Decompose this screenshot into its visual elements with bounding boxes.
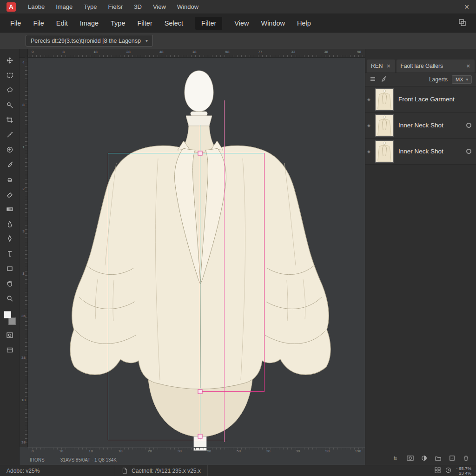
layer-thumbnail[interactable]	[375, 140, 394, 163]
eraser-tool-icon[interactable]	[3, 189, 16, 199]
ruler-number: 98	[325, 449, 330, 455]
eyedropper-tool-icon[interactable]	[3, 129, 16, 140]
layer-row-inner-neck-shot-1[interactable]: ◈ Inner Neck Shot	[365, 112, 476, 139]
clone-stamp-tool-icon[interactable]	[3, 174, 16, 185]
menu-fielsr[interactable]: Fielsr	[108, 3, 123, 10]
group-folder-icon[interactable]	[435, 455, 442, 463]
ruler-number: 0	[32, 449, 33, 455]
gradient-tool-icon[interactable]	[3, 204, 16, 214]
canvas-info-label: IRONS	[30, 457, 45, 463]
marquee-tool-icon[interactable]	[3, 70, 16, 80]
layer-name: Inner Neck Shot	[398, 122, 443, 129]
tools-panel	[0, 49, 20, 465]
menu-3d[interactable]: 3D	[134, 3, 142, 10]
list-menu-icon[interactable]	[370, 76, 376, 84]
menu-image-1[interactable]: Image	[56, 3, 73, 10]
grid-icon[interactable]	[435, 467, 441, 475]
guide-handle-bottom	[198, 434, 202, 438]
menu-image[interactable]: Image	[80, 20, 99, 27]
menu-file-b[interactable]: File	[33, 20, 44, 27]
document-canvas[interactable]: 08182848185877333898 48123835381838	[20, 49, 365, 465]
layer-row-front-lace-garment[interactable]: ◈ Front Lace Garment	[365, 86, 476, 112]
menu-help[interactable]: Help	[297, 20, 311, 27]
new-layer-icon[interactable]	[449, 455, 456, 463]
zoom-tool-icon[interactable]	[3, 293, 16, 304]
svg-text:fx: fx	[394, 456, 397, 461]
menu-file-a[interactable]: File	[10, 20, 21, 27]
ruler-number: 30	[296, 449, 300, 455]
tool-preset-picker[interactable]: Perecls dt:29(3.tse)t(ronidd [8 the Lage…	[26, 35, 153, 46]
adjustment-layer-icon[interactable]	[421, 455, 428, 463]
ruler-number: 18	[89, 449, 93, 455]
close-window-icon[interactable]: ✕	[464, 3, 469, 11]
background-color-swatch[interactable]	[8, 317, 16, 325]
pen-tool-icon[interactable]	[3, 233, 16, 244]
layer-visibility-ring-icon[interactable]	[466, 123, 471, 128]
screen-mode-icon[interactable]	[3, 344, 16, 355]
type-tool-icon[interactable]	[3, 248, 16, 259]
adobe-logo-icon: A	[7, 2, 16, 12]
panel-tab-gallery[interactable]: Faolt lare Gallers ✕	[397, 60, 475, 73]
menu-view-1[interactable]: View	[153, 3, 166, 10]
ruler-bottom: 018181828385858303098190	[28, 447, 365, 455]
layer-thumbnail[interactable]	[375, 114, 394, 137]
foreground-color-swatch[interactable]	[4, 311, 11, 318]
brush-small-icon[interactable]	[380, 76, 387, 84]
menu-select[interactable]: Select	[165, 20, 183, 27]
document-icon	[122, 467, 128, 474]
panel-tab-row: REN ✕ Faolt lare Gallers ✕	[365, 60, 476, 73]
garment-artwork[interactable]	[20, 49, 365, 465]
ruler-number: 58	[237, 449, 241, 455]
blur-tool-icon[interactable]	[3, 218, 16, 229]
guide-handle-top	[198, 151, 202, 155]
layer-mask-icon[interactable]	[407, 455, 414, 463]
move-tool-icon[interactable]	[3, 55, 16, 66]
workspace-switcher-icon[interactable]	[458, 19, 466, 27]
menu-laobe[interactable]: Laobe	[28, 3, 45, 10]
panel-tab-ren[interactable]: REN ✕	[367, 60, 395, 73]
layers-panel: REN ✕ Faolt lare Gallers ✕ Lagerts MX ▾ …	[365, 49, 476, 465]
blend-mode-dropdown[interactable]: MX ▾	[452, 75, 472, 84]
status-document-info[interactable]: Caetnell: /9/121 235.x v25.x	[115, 465, 208, 476]
hand-tool-icon[interactable]	[3, 278, 16, 289]
menu-view[interactable]: View	[234, 20, 249, 27]
tool-options-bar: Perecls dt:29(3.tse)t(ronidd [8 the Lage…	[0, 33, 476, 49]
status-document-text: Caetnell: /9/121 235.x v25.x	[132, 468, 201, 474]
blend-mode-value: MX	[456, 77, 463, 82]
layer-name: Front Lace Garment	[398, 96, 455, 103]
status-zoom-field[interactable]: Adobe: v25%	[0, 465, 115, 476]
close-tab-icon[interactable]: ✕	[466, 63, 470, 69]
layer-thumbnail[interactable]	[375, 88, 394, 111]
layer-row-inner-neck-shot-2[interactable]: ◈ Inner Neck Shot	[365, 139, 476, 165]
panel-tab-gallery-label: Faolt lare Gallers	[401, 63, 443, 69]
ruler-number: 30	[266, 449, 271, 455]
ruler-number: 190	[355, 449, 361, 455]
crop-tool-icon[interactable]	[3, 114, 16, 125]
delete-layer-icon[interactable]	[463, 455, 469, 463]
quick-mask-icon[interactable]	[3, 330, 16, 340]
quick-selection-tool-icon[interactable]	[3, 99, 16, 110]
menu-window[interactable]: Window	[261, 20, 285, 27]
brush-tool-icon[interactable]	[3, 159, 16, 170]
ruler-number: 18	[59, 449, 63, 455]
tool-preset-text: Perecls dt:29(3.tse)t(ronidd [8 the Lage…	[31, 38, 141, 44]
menu-filter-highlighted[interactable]: Filter	[195, 17, 222, 30]
healing-brush-tool-icon[interactable]	[3, 144, 16, 155]
lasso-tool-icon[interactable]	[3, 85, 16, 95]
fx-icon[interactable]: fx	[393, 455, 400, 463]
ruler-number: 58	[207, 449, 211, 455]
menu-filter[interactable]: Filter	[138, 20, 152, 27]
menu-type[interactable]: Type	[111, 20, 125, 27]
close-tab-icon[interactable]: ✕	[386, 63, 390, 69]
menu-edit[interactable]: Edit	[56, 20, 68, 27]
chevron-down-icon: ▾	[145, 38, 148, 43]
shape-tool-icon[interactable]	[3, 263, 16, 274]
chevron-down-icon: ▾	[466, 77, 468, 82]
color-swatches[interactable]	[3, 311, 16, 325]
menu-window-1[interactable]: Window	[177, 3, 198, 10]
clock-icon[interactable]	[445, 467, 451, 475]
menu-type-1[interactable]: Type	[84, 3, 97, 10]
status-right-cluster: - 65.7% 23 4%	[435, 466, 476, 476]
layer-visibility-ring-icon[interactable]	[466, 149, 471, 154]
diamond-icon: ◈	[367, 97, 370, 102]
